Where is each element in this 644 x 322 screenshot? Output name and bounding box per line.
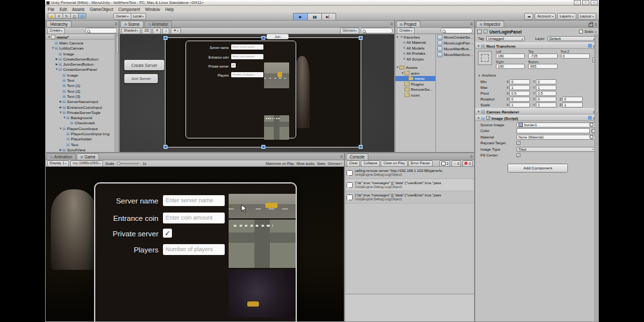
game-gizmos-dropdown[interactable]: Gizmos▾ — [327, 162, 343, 166]
players-input[interactable]: Number of players — [163, 244, 225, 255]
warning-count-toggle[interactable]: ⚠0 — [451, 160, 461, 167]
field-value[interactable]: 965 — [528, 64, 557, 69]
layer-dropdown[interactable]: Default▾ — [547, 36, 596, 41]
project-folder-item[interactable]: ▼ anim — [395, 70, 435, 76]
anchors-foldout[interactable]: ▼ Anchors — [478, 73, 496, 77]
project-favorite-item[interactable]: ★ All Prefabs — [395, 51, 435, 57]
help-icon[interactable] — [588, 44, 592, 48]
hierarchy-item[interactable]: PlayerCountInput Img — [46, 131, 115, 136]
private-server-checkbox[interactable]: ✓ — [231, 63, 236, 68]
stats-toggle[interactable]: Stats — [316, 162, 326, 166]
tab-inspector[interactable]: Inspector — [476, 21, 504, 27]
panel-menu-icon[interactable]: ≡ — [115, 22, 117, 26]
project-folder-item[interactable]: room — [395, 92, 435, 98]
axis-value[interactable]: 1 — [562, 102, 583, 108]
inspector-scrollbar[interactable] — [594, 34, 598, 321]
material-field[interactable]: None (Material) — [516, 135, 596, 140]
axis-value[interactable]: 0.5 — [509, 91, 530, 96]
console-log-entry[interactable]: {"ok":true,"messages":[],"data":{"userEx… — [345, 191, 474, 204]
field-value[interactable]: 0 — [561, 53, 590, 59]
slider-thumb[interactable] — [117, 162, 120, 165]
scale-tool-icon[interactable]: ◰ — [71, 13, 79, 19]
hierarchy-item[interactable]: ▶ ScrollView — [46, 147, 115, 152]
lighting-toggle-icon[interactable]: ☀ — [153, 28, 161, 34]
project-file-item[interactable]: MoveMainButt... — [436, 46, 474, 52]
rect-transform-header[interactable]: ▼ Rect Transform ⚙ — [475, 43, 598, 49]
console-detail-pane[interactable] — [345, 294, 474, 321]
maximize-button[interactable]: □ — [582, 0, 589, 5]
hierarchy-item[interactable]: Text (1) — [46, 83, 115, 88]
2d-toggle-button[interactable]: 2D — [142, 28, 151, 34]
object-picker-icon[interactable] — [589, 135, 594, 139]
audio-toggle-icon[interactable]: ♪ — [162, 28, 169, 34]
map-thumbnail-intersection[interactable] — [229, 220, 296, 268]
axis-value[interactable]: 0 — [536, 97, 556, 102]
assets-header[interactable]: ▼ Assets — [395, 65, 435, 71]
move-tool-icon[interactable]: ✛ — [55, 13, 63, 19]
selection-handle[interactable] — [261, 145, 265, 149]
project-folder-item[interactable]: Plugins — [395, 81, 435, 87]
project-create-button[interactable]: Create▾ — [397, 28, 415, 34]
hierarchy-item[interactable]: ▶ EntranceCoinsInput — [46, 104, 115, 109]
console-toolbar-button[interactable]: Error Pause — [408, 160, 433, 167]
display-dropdown[interactable]: Display 1▾ — [47, 160, 69, 167]
scene-create-server-button[interactable]: Create Server — [124, 60, 164, 70]
static-checkbox[interactable] — [579, 30, 583, 33]
console-toolbar-button[interactable]: Clear on Play — [381, 160, 408, 167]
color-swatch[interactable] — [516, 128, 590, 133]
menu-item[interactable]: Component — [116, 7, 143, 12]
hierarchy-item[interactable]: Image — [46, 51, 115, 56]
panel-menu-icon[interactable]: ≡ — [470, 22, 473, 26]
hierarchy-item[interactable]: Text — [46, 142, 115, 147]
image-component-header[interactable]: ▼ ✓ Image (Script) ⚙ — [475, 115, 598, 121]
game-viewport[interactable]: Server name Enter server name Entrance c… — [46, 167, 344, 321]
hierarchy-scrollbar[interactable] — [115, 34, 118, 152]
hierarchy-item[interactable]: ▼ PrivateServerTogle — [46, 109, 115, 115]
tag-dropdown[interactable]: Untagged▾ — [486, 36, 525, 41]
panel-menu-icon[interactable]: ≡ — [594, 23, 597, 26]
hand-tool-icon[interactable]: ☝ — [48, 13, 55, 19]
hierarchy-item[interactable]: ▼ Background — [46, 115, 115, 120]
menu-item[interactable]: Assets — [70, 7, 88, 12]
private-server-checkbox[interactable]: ✓ — [163, 229, 172, 238]
window-titlebar[interactable]: Unity Personal (64bit) - MenuUnity - Its… — [45, 0, 599, 6]
foldout-arrow-icon[interactable]: ▼ — [477, 117, 480, 120]
project-file-item[interactable]: MoveMainScre... — [436, 52, 474, 57]
entrance-coin-input[interactable]: Enter coin amount — [231, 54, 263, 59]
field-value[interactable]: 180 — [496, 64, 525, 69]
selection-handle[interactable] — [164, 36, 167, 40]
panel-menu-icon[interactable]: ≡ — [390, 22, 393, 26]
axis-value[interactable]: 0 — [562, 97, 583, 102]
console-log-entry[interactable]: calling remote server 'http://192.168.1.… — [345, 167, 474, 179]
object-picker-icon[interactable] — [589, 122, 594, 127]
selection-handle[interactable] — [359, 145, 363, 149]
hierarchy-item[interactable]: Placeholder — [46, 137, 115, 142]
foldout-arrow-icon[interactable]: ▼ — [478, 74, 480, 77]
lock-icon[interactable] — [589, 23, 593, 27]
field-value[interactable]: 180 — [496, 53, 525, 59]
players-input[interactable]: Number of players — [231, 72, 263, 77]
hierarchy-item[interactable]: Text (2) — [46, 88, 115, 93]
hierarchy-item[interactable]: ▶ ServerNameInput — [46, 99, 115, 104]
project-file-item[interactable]: MoveLoginPane... — [436, 40, 474, 46]
selection-handle[interactable] — [359, 36, 363, 40]
map-thumbnail-night[interactable] — [229, 270, 296, 317]
scrollbar-thumb[interactable] — [116, 35, 118, 53]
hierarchy-item[interactable]: ▼ menu* — [46, 34, 115, 40]
entrance-coin-input[interactable]: Enter coin amount — [163, 213, 225, 223]
axis-value[interactable]: 0.5 — [536, 91, 556, 96]
hierarchy-search-input[interactable] — [85, 28, 117, 33]
resolution-dropdown[interactable]: my (1680x1050)▾ — [70, 160, 103, 167]
hierarchy-item[interactable]: Text (3) — [46, 93, 115, 99]
tab-animation[interactable]: Animation — [46, 153, 76, 160]
close-button[interactable]: ✕ — [591, 0, 598, 5]
source-image-field[interactable]: border1 — [516, 122, 596, 128]
menu-item[interactable]: File — [45, 7, 57, 12]
scene-search-input[interactable] — [361, 28, 393, 33]
axis-value[interactable]: 0 — [509, 79, 530, 84]
component-enabled-checkbox[interactable]: ✓ — [486, 116, 490, 120]
project-favorite-item[interactable]: ★ All Material — [395, 40, 435, 46]
add-component-button[interactable]: Add Component — [507, 164, 568, 173]
gameobject-name[interactable]: UserLoginPanel — [489, 30, 522, 34]
hierarchy-create-button[interactable]: Create▾ — [47, 28, 65, 34]
